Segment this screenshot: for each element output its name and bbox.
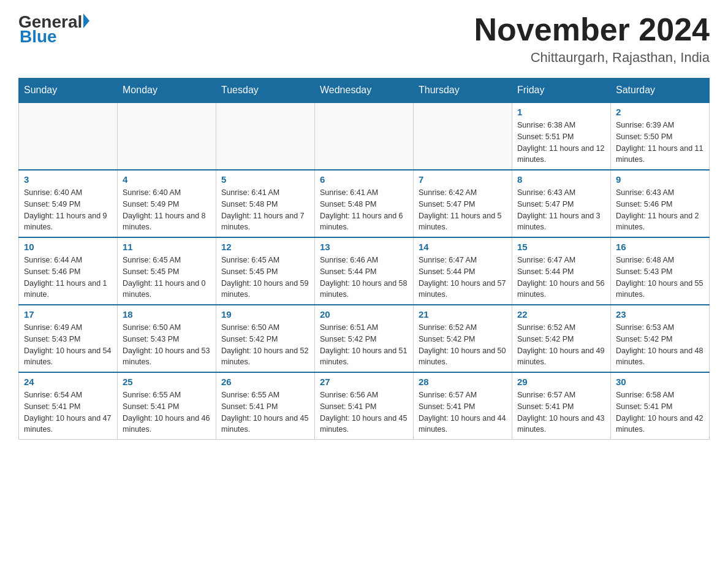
calendar-cell: 22Sunrise: 6:52 AM Sunset: 5:42 PM Dayli… — [512, 305, 611, 372]
day-info: Sunrise: 6:40 AM Sunset: 5:49 PM Dayligh… — [24, 187, 112, 233]
calendar-cell: 14Sunrise: 6:47 AM Sunset: 5:44 PM Dayli… — [414, 237, 512, 305]
day-info: Sunrise: 6:54 AM Sunset: 5:41 PM Dayligh… — [24, 389, 112, 435]
calendar-cell: 15Sunrise: 6:47 AM Sunset: 5:44 PM Dayli… — [512, 237, 611, 305]
day-info: Sunrise: 6:49 AM Sunset: 5:43 PM Dayligh… — [24, 322, 112, 368]
calendar-cell — [315, 102, 414, 170]
day-number: 4 — [123, 174, 211, 185]
calendar-cell — [19, 102, 118, 170]
day-number: 11 — [123, 242, 211, 252]
calendar-cell: 3Sunrise: 6:40 AM Sunset: 5:49 PM Daylig… — [19, 170, 118, 237]
day-info: Sunrise: 6:44 AM Sunset: 5:46 PM Dayligh… — [24, 255, 112, 301]
day-number: 19 — [221, 309, 309, 320]
day-info: Sunrise: 6:57 AM Sunset: 5:41 PM Dayligh… — [419, 389, 507, 435]
calendar-cell: 10Sunrise: 6:44 AM Sunset: 5:46 PM Dayli… — [19, 237, 118, 305]
day-number: 21 — [419, 309, 507, 320]
logo-arrow-icon — [83, 13, 89, 28]
calendar-cell: 21Sunrise: 6:52 AM Sunset: 5:42 PM Dayli… — [414, 305, 512, 372]
calendar-cell: 2Sunrise: 6:39 AM Sunset: 5:50 PM Daylig… — [611, 102, 710, 170]
month-title: November 2024 — [474, 12, 710, 47]
day-number: 22 — [517, 309, 605, 320]
day-number: 18 — [123, 309, 211, 320]
day-number: 30 — [616, 377, 704, 387]
day-number: 17 — [24, 309, 112, 320]
calendar-cell: 5Sunrise: 6:41 AM Sunset: 5:48 PM Daylig… — [216, 170, 315, 237]
day-info: Sunrise: 6:58 AM Sunset: 5:41 PM Dayligh… — [616, 389, 704, 435]
day-info: Sunrise: 6:41 AM Sunset: 5:48 PM Dayligh… — [320, 187, 408, 233]
day-number: 15 — [517, 242, 605, 252]
day-number: 20 — [320, 309, 408, 320]
column-header-saturday: Saturday — [611, 79, 710, 103]
title-area: November 2024 Chittaurgarh, Rajasthan, I… — [474, 12, 710, 66]
column-header-thursday: Thursday — [414, 79, 512, 103]
calendar-cell: 28Sunrise: 6:57 AM Sunset: 5:41 PM Dayli… — [414, 372, 512, 440]
calendar-cell: 30Sunrise: 6:58 AM Sunset: 5:41 PM Dayli… — [611, 372, 710, 440]
calendar-cell: 13Sunrise: 6:46 AM Sunset: 5:44 PM Dayli… — [315, 237, 414, 305]
day-info: Sunrise: 6:41 AM Sunset: 5:48 PM Dayligh… — [221, 187, 309, 233]
calendar-week-1: 1Sunrise: 6:38 AM Sunset: 5:51 PM Daylig… — [19, 102, 710, 170]
location: Chittaurgarh, Rajasthan, India — [474, 50, 710, 66]
day-number: 1 — [517, 107, 605, 117]
day-number: 13 — [320, 242, 408, 252]
calendar-cell — [118, 102, 216, 170]
day-info: Sunrise: 6:50 AM Sunset: 5:42 PM Dayligh… — [221, 322, 309, 368]
calendar-cell: 7Sunrise: 6:42 AM Sunset: 5:47 PM Daylig… — [414, 170, 512, 237]
day-number: 25 — [123, 377, 211, 387]
page-header: General Blue November 2024 Chittaurgarh,… — [18, 12, 710, 66]
day-number: 10 — [24, 242, 112, 252]
day-info: Sunrise: 6:45 AM Sunset: 5:45 PM Dayligh… — [221, 255, 309, 301]
calendar-cell: 12Sunrise: 6:45 AM Sunset: 5:45 PM Dayli… — [216, 237, 315, 305]
day-info: Sunrise: 6:52 AM Sunset: 5:42 PM Dayligh… — [517, 322, 605, 368]
day-info: Sunrise: 6:56 AM Sunset: 5:41 PM Dayligh… — [320, 389, 408, 435]
calendar-week-3: 10Sunrise: 6:44 AM Sunset: 5:46 PM Dayli… — [19, 237, 710, 305]
day-number: 3 — [24, 174, 112, 185]
day-number: 24 — [24, 377, 112, 387]
calendar-cell: 18Sunrise: 6:50 AM Sunset: 5:43 PM Dayli… — [118, 305, 216, 372]
calendar-table: SundayMondayTuesdayWednesdayThursdayFrid… — [18, 78, 710, 440]
day-number: 14 — [419, 242, 507, 252]
calendar-week-4: 17Sunrise: 6:49 AM Sunset: 5:43 PM Dayli… — [19, 305, 710, 372]
column-header-monday: Monday — [118, 79, 216, 103]
calendar-cell: 27Sunrise: 6:56 AM Sunset: 5:41 PM Dayli… — [315, 372, 414, 440]
calendar-week-5: 24Sunrise: 6:54 AM Sunset: 5:41 PM Dayli… — [19, 372, 710, 440]
day-info: Sunrise: 6:47 AM Sunset: 5:44 PM Dayligh… — [419, 255, 507, 301]
day-number: 29 — [517, 377, 605, 387]
column-header-tuesday: Tuesday — [216, 79, 315, 103]
calendar-cell: 11Sunrise: 6:45 AM Sunset: 5:45 PM Dayli… — [118, 237, 216, 305]
day-info: Sunrise: 6:45 AM Sunset: 5:45 PM Dayligh… — [123, 255, 211, 301]
calendar-cell: 20Sunrise: 6:51 AM Sunset: 5:42 PM Dayli… — [315, 305, 414, 372]
day-number: 9 — [616, 174, 704, 185]
day-number: 23 — [616, 309, 704, 320]
day-info: Sunrise: 6:48 AM Sunset: 5:43 PM Dayligh… — [616, 255, 704, 301]
day-info: Sunrise: 6:42 AM Sunset: 5:47 PM Dayligh… — [419, 187, 507, 233]
calendar-cell: 6Sunrise: 6:41 AM Sunset: 5:48 PM Daylig… — [315, 170, 414, 237]
logo: General Blue — [18, 12, 89, 47]
calendar-cell: 25Sunrise: 6:55 AM Sunset: 5:41 PM Dayli… — [118, 372, 216, 440]
day-number: 16 — [616, 242, 704, 252]
day-info: Sunrise: 6:53 AM Sunset: 5:42 PM Dayligh… — [616, 322, 704, 368]
day-info: Sunrise: 6:52 AM Sunset: 5:42 PM Dayligh… — [419, 322, 507, 368]
calendar-cell: 17Sunrise: 6:49 AM Sunset: 5:43 PM Dayli… — [19, 305, 118, 372]
day-info: Sunrise: 6:50 AM Sunset: 5:43 PM Dayligh… — [123, 322, 211, 368]
calendar-cell: 16Sunrise: 6:48 AM Sunset: 5:43 PM Dayli… — [611, 237, 710, 305]
day-number: 12 — [221, 242, 309, 252]
calendar-header-row: SundayMondayTuesdayWednesdayThursdayFrid… — [19, 79, 710, 103]
day-info: Sunrise: 6:39 AM Sunset: 5:50 PM Dayligh… — [616, 120, 704, 166]
day-number: 6 — [320, 174, 408, 185]
calendar-cell: 23Sunrise: 6:53 AM Sunset: 5:42 PM Dayli… — [611, 305, 710, 372]
calendar-cell: 1Sunrise: 6:38 AM Sunset: 5:51 PM Daylig… — [512, 102, 611, 170]
calendar-cell — [216, 102, 315, 170]
calendar-cell: 9Sunrise: 6:43 AM Sunset: 5:46 PM Daylig… — [611, 170, 710, 237]
calendar-week-2: 3Sunrise: 6:40 AM Sunset: 5:49 PM Daylig… — [19, 170, 710, 237]
day-info: Sunrise: 6:46 AM Sunset: 5:44 PM Dayligh… — [320, 255, 408, 301]
logo-blue: Blue — [18, 27, 57, 47]
day-number: 2 — [616, 107, 704, 117]
day-number: 5 — [221, 174, 309, 185]
day-number: 26 — [221, 377, 309, 387]
day-number: 27 — [320, 377, 408, 387]
day-info: Sunrise: 6:51 AM Sunset: 5:42 PM Dayligh… — [320, 322, 408, 368]
day-info: Sunrise: 6:40 AM Sunset: 5:49 PM Dayligh… — [123, 187, 211, 233]
column-header-sunday: Sunday — [19, 79, 118, 103]
calendar-cell: 8Sunrise: 6:43 AM Sunset: 5:47 PM Daylig… — [512, 170, 611, 237]
day-number: 7 — [419, 174, 507, 185]
calendar-cell: 29Sunrise: 6:57 AM Sunset: 5:41 PM Dayli… — [512, 372, 611, 440]
